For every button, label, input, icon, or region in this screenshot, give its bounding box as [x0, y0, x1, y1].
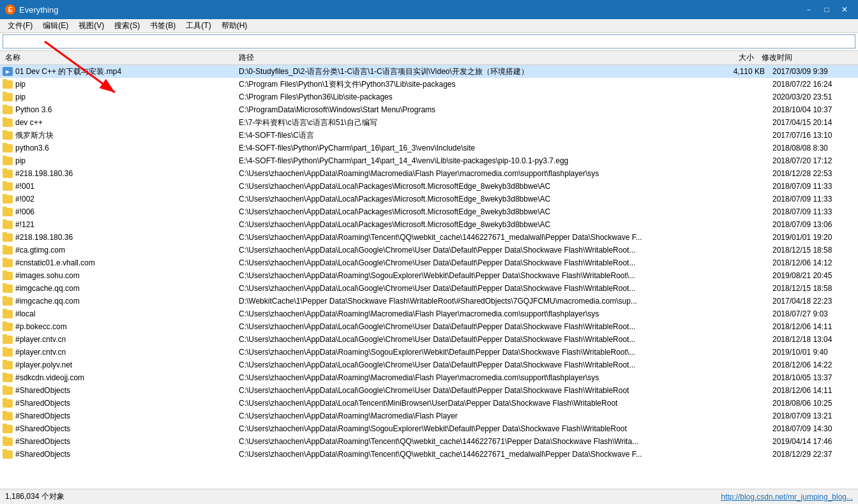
table-row[interactable]: #SharedObjectsC:\Users\zhaochen\AppData\… — [0, 448, 858, 461]
file-name: pip — [15, 156, 26, 165]
file-name: #218.198.180.36 — [15, 233, 73, 242]
table-row[interactable]: pipC:\Program Files\Python36\Lib\site-pa… — [0, 91, 858, 103]
table-row[interactable]: ▶01 Dev C++ 的下载与安装.mp4D:\0-Studyfiles_D\… — [0, 65, 858, 78]
file-list[interactable]: ▶01 Dev C++ 的下载与安装.mp4D:\0-Studyfiles_D\… — [0, 65, 858, 489]
file-modified-cell: 2018/07/09 13:21 — [769, 411, 858, 420]
table-row[interactable]: #ca.gtimg.comC:\Users\zhaochen\AppData\L… — [0, 244, 858, 256]
folder-icon — [3, 424, 13, 434]
file-modified-cell: 2017/04/18 22:23 — [769, 297, 858, 306]
table-row[interactable]: #!121C:\Users\zhaochen\AppData\Local\Pac… — [0, 218, 858, 231]
table-row[interactable]: #sdkcdn.videojj.comC:\Users\zhaochen\App… — [0, 371, 858, 384]
file-name-cell: #imgcache.qq.com — [0, 283, 236, 293]
menu-item[interactable]: 工具(T) — [181, 19, 216, 33]
folder-icon — [3, 334, 13, 345]
table-row[interactable]: #SharedObjectsC:\Users\zhaochen\AppData\… — [0, 384, 858, 397]
file-path-cell: C:\Users\zhaochen\AppData\Roaming\Macrom… — [236, 309, 711, 318]
file-name-cell: 俄罗斯方块 — [0, 130, 236, 141]
file-path-cell: C:\Users\zhaochen\AppData\Roaming\SogouE… — [236, 271, 711, 280]
table-row[interactable]: python3.6E:\4-SOFT-files\Python\PyCharm\… — [0, 142, 858, 154]
table-row[interactable]: #SharedObjectsC:\Users\zhaochen\AppData\… — [0, 397, 858, 410]
file-name: #!006 — [15, 207, 34, 216]
maximize-button[interactable]: □ — [818, 3, 835, 16]
table-row[interactable]: #SharedObjectsC:\Users\zhaochen\AppData\… — [0, 410, 858, 422]
table-row[interactable]: #player.cntv.cnC:\Users\zhaochen\AppData… — [0, 333, 858, 346]
folder-icon — [3, 449, 13, 459]
file-name-cell: #!002 — [0, 194, 236, 204]
status-bar: 1,186,034 个对象 http://blog.csdn.net/mr_ju… — [0, 489, 858, 504]
folder-icon — [3, 245, 13, 255]
table-row[interactable]: #SharedObjectsC:\Users\zhaochen\AppData\… — [0, 435, 858, 448]
folder-icon — [3, 207, 13, 217]
status-link: http://blog.csdn.net/mr_jumping_blog... — [721, 493, 853, 501]
col-header-name[interactable]: 名称 — [0, 52, 236, 63]
table-row[interactable]: #!006C:\Users\zhaochen\AppData\Local\Pac… — [0, 205, 858, 218]
file-modified-cell: 2018/10/04 10:37 — [769, 105, 858, 114]
table-row[interactable]: pipC:\Program Files\Python\1资料文件\Python3… — [0, 78, 858, 91]
table-row[interactable]: pipE:\4-SOFT-files\Python\PyCharm\part_1… — [0, 154, 858, 167]
file-name: #imgcache.qq.com — [15, 297, 80, 306]
table-row[interactable]: #player.cntv.cnC:\Users\zhaochen\AppData… — [0, 346, 858, 359]
folder-icon — [3, 219, 13, 230]
table-row[interactable]: #SharedObjectsC:\Users\zhaochen\AppData\… — [0, 422, 858, 435]
file-path-cell: C:\Users\zhaochen\AppData\Roaming\Macrom… — [236, 169, 711, 178]
file-name-cell: #ca.gtimg.com — [0, 245, 236, 255]
table-row[interactable]: Python 3.6C:\ProgramData\Microsoft\Windo… — [0, 103, 858, 116]
file-path-cell: D:\WebkitCache\1\Pepper Data\Shockwave F… — [236, 297, 711, 306]
table-row[interactable]: #p.bokecc.comC:\Users\zhaochen\AppData\L… — [0, 320, 858, 333]
col-header-size[interactable]: 大小 — [700, 52, 758, 63]
file-name-cell: #SharedObjects — [0, 385, 236, 396]
table-row[interactable]: #!002C:\Users\zhaochen\AppData\Local\Pac… — [0, 193, 858, 205]
table-row[interactable]: #218.198.180.36C:\Users\zhaochen\AppData… — [0, 231, 858, 244]
table-row[interactable]: #images.sohu.comC:\Users\zhaochen\AppDat… — [0, 269, 858, 282]
menu-item[interactable]: 编辑(E) — [38, 19, 73, 33]
file-modified-cell: 2018/07/09 11:33 — [769, 182, 858, 191]
file-modified-cell: 2019/08/21 20:45 — [769, 271, 858, 280]
table-row[interactable]: dev c++E:\7-学科资料\c语言\c语言和51\自己编写2017/04/… — [0, 116, 858, 129]
folder-icon — [3, 283, 13, 293]
file-modified-cell: 2018/07/22 16:24 — [769, 80, 858, 89]
title-controls: － □ ✕ — [801, 3, 853, 16]
table-row[interactable]: #localC:\Users\zhaochen\AppData\Roaming\… — [0, 308, 858, 320]
menu-item[interactable]: 搜索(S) — [109, 19, 145, 33]
folder-icon — [3, 105, 13, 115]
col-header-path[interactable]: 路径 — [236, 52, 700, 63]
folder-icon — [3, 347, 13, 357]
file-modified-cell: 2018/12/29 22:37 — [769, 450, 858, 459]
folder-icon — [3, 194, 13, 204]
file-name: #218.198.180.36 — [15, 169, 73, 178]
file-size-cell: 4,110 KB — [711, 67, 769, 76]
close-button[interactable]: ✕ — [836, 3, 853, 16]
table-row[interactable]: #player.polyv.netC:\Users\zhaochen\AppDa… — [0, 359, 858, 371]
file-path-cell: C:\Users\zhaochen\AppData\Local\Google\C… — [236, 386, 711, 395]
file-name: #SharedObjects — [15, 450, 70, 459]
file-name-cell: #!001 — [0, 181, 236, 191]
file-name: #imgcache.qq.com — [15, 284, 80, 293]
search-input[interactable] — [3, 34, 855, 48]
file-path-cell: C:\Users\zhaochen\AppData\Local\Packages… — [236, 207, 711, 216]
file-name: python3.6 — [15, 144, 49, 152]
menu-item[interactable]: 帮助(H) — [216, 19, 253, 33]
folder-icon — [3, 271, 13, 281]
col-header-modified[interactable]: 修改时间 — [758, 52, 847, 63]
file-modified-cell: 2017/04/15 20:14 — [769, 118, 858, 127]
menu-item[interactable]: 文件(F) — [3, 19, 38, 33]
file-name-cell: #SharedObjects — [0, 436, 236, 447]
table-row[interactable]: #cnstatic01.e.vhall.comC:\Users\zhaochen… — [0, 256, 858, 269]
file-modified-cell: 2018/12/15 18:58 — [769, 284, 858, 293]
file-name-cell: #player.cntv.cn — [0, 334, 236, 345]
file-modified-cell: 2018/10/05 13:37 — [769, 373, 858, 382]
table-row[interactable]: #218.198.180.36C:\Users\zhaochen\AppData… — [0, 167, 858, 180]
table-row[interactable]: #imgcache.qq.comD:\WebkitCache\1\Pepper … — [0, 295, 858, 308]
table-row[interactable]: #!001C:\Users\zhaochen\AppData\Local\Pac… — [0, 180, 858, 193]
table-row[interactable]: 俄罗斯方块E:\4-SOFT-files\C语言2017/07/16 13:10 — [0, 129, 858, 142]
menu-item[interactable]: 视图(V) — [73, 19, 109, 33]
file-modified-cell: 2018/12/06 14:22 — [769, 360, 858, 369]
minimize-button[interactable]: － — [801, 3, 817, 16]
file-path-cell: C:\Users\zhaochen\AppData\Roaming\Tencen… — [236, 437, 711, 446]
menu-item[interactable]: 书签(B) — [145, 19, 181, 33]
table-row[interactable]: #imgcache.qq.comC:\Users\zhaochen\AppDat… — [0, 282, 858, 295]
file-path-cell: C:\Users\zhaochen\AppData\Local\Google\C… — [236, 360, 711, 369]
video-file-icon: ▶ — [3, 66, 13, 77]
app-icon: E — [5, 4, 15, 15]
file-name-cell: #local — [0, 309, 236, 319]
